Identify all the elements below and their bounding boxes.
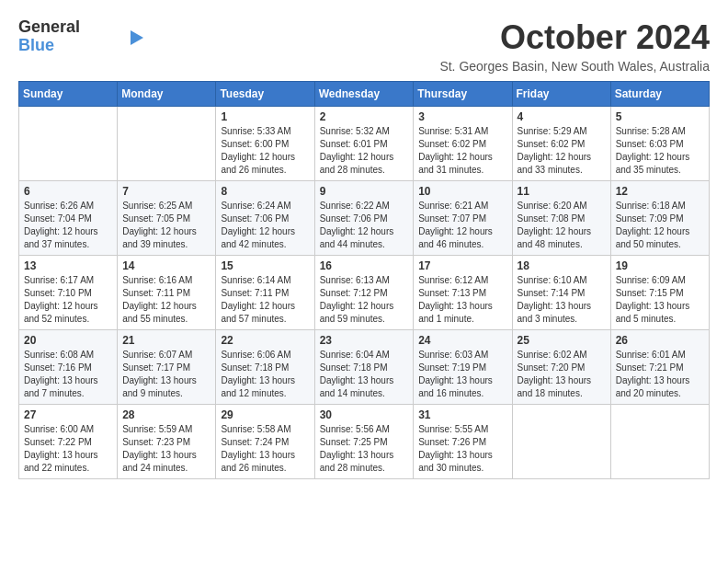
calendar-cell	[19, 107, 118, 181]
day-of-week-header: Thursday	[414, 82, 512, 107]
calendar-cell: 20Sunrise: 6:08 AM Sunset: 7:16 PM Dayli…	[19, 330, 118, 405]
calendar-week-row: 27Sunrise: 6:00 AM Sunset: 7:22 PM Dayli…	[19, 405, 710, 479]
day-info: Sunrise: 6:21 AM Sunset: 7:07 PM Dayligh…	[418, 200, 506, 251]
day-of-week-header: Monday	[118, 82, 216, 107]
calendar-cell: 18Sunrise: 6:10 AM Sunset: 7:14 PM Dayli…	[512, 256, 610, 330]
day-info: Sunrise: 6:08 AM Sunset: 7:16 PM Dayligh…	[24, 349, 112, 400]
calendar-cell: 2Sunrise: 5:32 AM Sunset: 6:01 PM Daylig…	[314, 107, 414, 181]
calendar-cell: 25Sunrise: 6:02 AM Sunset: 7:20 PM Dayli…	[512, 330, 610, 405]
calendar-cell: 22Sunrise: 6:06 AM Sunset: 7:18 PM Dayli…	[216, 330, 314, 405]
day-of-week-header: Friday	[512, 82, 610, 107]
day-info: Sunrise: 6:18 AM Sunset: 7:09 PM Dayligh…	[616, 200, 704, 251]
calendar-cell: 23Sunrise: 6:04 AM Sunset: 7:18 PM Dayli…	[314, 330, 414, 405]
calendar-cell: 8Sunrise: 6:24 AM Sunset: 7:06 PM Daylig…	[216, 181, 314, 256]
day-number: 25	[518, 334, 606, 347]
logo-arrow-icon	[131, 30, 143, 45]
calendar-cell: 31Sunrise: 5:55 AM Sunset: 7:26 PM Dayli…	[414, 405, 512, 479]
day-info: Sunrise: 6:01 AM Sunset: 7:21 PM Dayligh…	[616, 349, 704, 400]
calendar-cell: 21Sunrise: 6:07 AM Sunset: 7:17 PM Dayli…	[118, 330, 216, 405]
day-number: 8	[221, 185, 309, 198]
calendar-cell	[512, 405, 610, 479]
day-number: 26	[616, 334, 704, 347]
day-number: 7	[122, 185, 210, 198]
day-number: 14	[122, 259, 210, 272]
day-info: Sunrise: 5:33 AM Sunset: 6:00 PM Dayligh…	[221, 125, 309, 177]
day-number: 31	[418, 408, 506, 421]
day-info: Sunrise: 5:55 AM Sunset: 7:26 PM Dayligh…	[418, 423, 506, 475]
day-number: 21	[122, 334, 210, 347]
day-info: Sunrise: 6:13 AM Sunset: 7:12 PM Dayligh…	[320, 274, 409, 326]
calendar-cell: 1Sunrise: 5:33 AM Sunset: 6:00 PM Daylig…	[216, 107, 314, 181]
day-info: Sunrise: 5:32 AM Sunset: 6:01 PM Dayligh…	[320, 125, 409, 177]
day-number: 10	[418, 185, 506, 198]
day-info: Sunrise: 6:12 AM Sunset: 7:13 PM Dayligh…	[418, 274, 506, 326]
calendar-cell: 24Sunrise: 6:03 AM Sunset: 7:19 PM Dayli…	[414, 330, 512, 405]
day-info: Sunrise: 6:02 AM Sunset: 7:20 PM Dayligh…	[518, 349, 606, 400]
calendar-cell: 9Sunrise: 6:22 AM Sunset: 7:06 PM Daylig…	[314, 181, 414, 256]
day-number: 23	[320, 334, 409, 347]
day-info: Sunrise: 6:22 AM Sunset: 7:06 PM Dayligh…	[320, 200, 409, 251]
day-number: 6	[24, 185, 112, 198]
calendar-cell: 16Sunrise: 6:13 AM Sunset: 7:12 PM Dayli…	[314, 256, 414, 330]
day-info: Sunrise: 6:20 AM Sunset: 7:08 PM Dayligh…	[518, 200, 606, 251]
day-info: Sunrise: 6:10 AM Sunset: 7:14 PM Dayligh…	[518, 274, 606, 326]
calendar-cell: 6Sunrise: 6:26 AM Sunset: 7:04 PM Daylig…	[19, 181, 118, 256]
day-info: Sunrise: 6:06 AM Sunset: 7:18 PM Dayligh…	[221, 349, 309, 400]
day-number: 12	[616, 185, 704, 198]
calendar-cell: 29Sunrise: 5:58 AM Sunset: 7:24 PM Dayli…	[216, 405, 314, 479]
month-title: October 2024	[439, 18, 710, 57]
day-of-week-header: Sunday	[19, 82, 118, 107]
day-info: Sunrise: 5:59 AM Sunset: 7:23 PM Dayligh…	[122, 423, 210, 475]
calendar-cell: 30Sunrise: 5:56 AM Sunset: 7:25 PM Dayli…	[314, 405, 414, 479]
day-of-week-header: Tuesday	[216, 82, 314, 107]
calendar-cell: 19Sunrise: 6:09 AM Sunset: 7:15 PM Dayli…	[610, 256, 709, 330]
day-number: 24	[418, 334, 506, 347]
calendar-week-row: 13Sunrise: 6:17 AM Sunset: 7:10 PM Dayli…	[19, 256, 710, 330]
day-number: 30	[320, 408, 409, 421]
day-number: 15	[221, 259, 309, 272]
day-number: 4	[518, 110, 606, 123]
day-info: Sunrise: 5:58 AM Sunset: 7:24 PM Dayligh…	[221, 423, 309, 475]
day-number: 13	[24, 259, 112, 272]
day-number: 22	[221, 334, 309, 347]
calendar-body: 1Sunrise: 5:33 AM Sunset: 6:00 PM Daylig…	[19, 107, 710, 479]
logo-line1: General	[18, 18, 80, 37]
day-number: 1	[221, 110, 309, 123]
calendar-cell: 12Sunrise: 6:18 AM Sunset: 7:09 PM Dayli…	[610, 181, 709, 256]
calendar-cell	[610, 405, 709, 479]
calendar-cell: 26Sunrise: 6:01 AM Sunset: 7:21 PM Dayli…	[610, 330, 709, 405]
day-number: 28	[122, 408, 210, 421]
day-number: 5	[616, 110, 704, 123]
day-info: Sunrise: 6:25 AM Sunset: 7:05 PM Dayligh…	[122, 200, 210, 251]
day-of-week-header: Wednesday	[314, 82, 414, 107]
calendar-cell: 10Sunrise: 6:21 AM Sunset: 7:07 PM Dayli…	[414, 181, 512, 256]
title-block: October 2024 St. Georges Basin, New Sout…	[439, 18, 710, 74]
calendar-cell: 17Sunrise: 6:12 AM Sunset: 7:13 PM Dayli…	[414, 256, 512, 330]
day-info: Sunrise: 6:14 AM Sunset: 7:11 PM Dayligh…	[221, 274, 309, 326]
day-number: 11	[518, 185, 606, 198]
calendar-cell: 3Sunrise: 5:31 AM Sunset: 6:02 PM Daylig…	[414, 107, 512, 181]
location-subtitle: St. Georges Basin, New South Wales, Aust…	[439, 59, 710, 74]
day-info: Sunrise: 6:04 AM Sunset: 7:18 PM Dayligh…	[320, 349, 409, 400]
day-number: 16	[320, 259, 409, 272]
calendar-header: SundayMondayTuesdayWednesdayThursdayFrid…	[19, 82, 710, 107]
day-info: Sunrise: 6:24 AM Sunset: 7:06 PM Dayligh…	[221, 200, 309, 251]
logo-line2: Blue	[18, 37, 80, 55]
day-info: Sunrise: 6:07 AM Sunset: 7:17 PM Dayligh…	[122, 349, 210, 400]
calendar-cell: 27Sunrise: 6:00 AM Sunset: 7:22 PM Dayli…	[19, 405, 118, 479]
day-info: Sunrise: 6:00 AM Sunset: 7:22 PM Dayligh…	[24, 423, 112, 475]
day-number: 20	[24, 334, 112, 347]
calendar-week-row: 6Sunrise: 6:26 AM Sunset: 7:04 PM Daylig…	[19, 181, 710, 256]
calendar-cell: 15Sunrise: 6:14 AM Sunset: 7:11 PM Dayli…	[216, 256, 314, 330]
calendar-week-row: 1Sunrise: 5:33 AM Sunset: 6:00 PM Daylig…	[19, 107, 710, 181]
days-of-week-row: SundayMondayTuesdayWednesdayThursdayFrid…	[19, 82, 710, 107]
day-info: Sunrise: 6:09 AM Sunset: 7:15 PM Dayligh…	[616, 274, 704, 326]
calendar-cell	[118, 107, 216, 181]
calendar-cell: 14Sunrise: 6:16 AM Sunset: 7:11 PM Dayli…	[118, 256, 216, 330]
day-info: Sunrise: 5:31 AM Sunset: 6:02 PM Dayligh…	[418, 125, 506, 177]
calendar-cell: 11Sunrise: 6:20 AM Sunset: 7:08 PM Dayli…	[512, 181, 610, 256]
calendar-table: SundayMondayTuesdayWednesdayThursdayFrid…	[18, 81, 710, 479]
page-header: General Blue October 2024 St. Georges Ba…	[18, 18, 710, 74]
day-info: Sunrise: 5:28 AM Sunset: 6:03 PM Dayligh…	[616, 125, 704, 177]
day-number: 2	[320, 110, 409, 123]
